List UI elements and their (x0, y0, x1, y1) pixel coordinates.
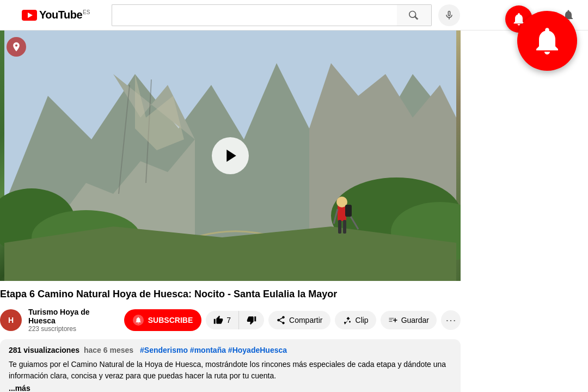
hashtags[interactable]: #Senderismo #montaña #HoyadeHuesca (140, 346, 287, 354)
description-box[interactable]: 281 visualizaciones hace 6 meses #Sender… (0, 339, 461, 392)
video-player[interactable] (0, 30, 461, 281)
like-button[interactable]: 7 (206, 311, 239, 329)
like-count: 7 (226, 316, 231, 324)
voice-search-button[interactable] (438, 4, 460, 26)
save-label: Guardar (401, 316, 429, 324)
video-info: Etapa 6 Camino Natural Hoya de Huesca: N… (0, 281, 461, 392)
main-content: Etapa 6 Camino Natural Hoya de Huesca: N… (0, 30, 588, 392)
hamburger-menu-button[interactable] (9, 4, 17, 26)
subscribe-label: SUBSCRIBE (148, 316, 193, 324)
play-button[interactable] (212, 137, 249, 174)
video-stats: 281 visualizaciones hace 6 meses #Sender… (9, 346, 452, 354)
video-thumbnail (0, 30, 461, 281)
subscribe-bell-icon (133, 315, 144, 326)
channel-watermark (7, 37, 26, 57)
video-title: Etapa 6 Camino Natural Hoya de Huesca: N… (0, 287, 461, 301)
subscribe-button[interactable]: SUBSCRIBE (124, 309, 201, 331)
notification-big-bell[interactable] (517, 11, 577, 71)
channel-name[interactable]: Turismo Hoya de Huesca (28, 308, 118, 325)
search-area (112, 4, 460, 26)
header: YouTube ES (0, 0, 588, 30)
dislike-button[interactable] (239, 311, 264, 329)
svg-rect-22 (345, 205, 352, 217)
like-dislike-group: 7 (206, 311, 264, 329)
save-button[interactable]: Guardar (381, 311, 437, 329)
video-section: Etapa 6 Camino Natural Hoya de Huesca: N… (0, 30, 474, 392)
svg-rect-19 (343, 220, 346, 234)
description-text: Te guiamos por el Camino Natural de la H… (9, 359, 452, 382)
youtube-logo-text: YouTube (39, 9, 82, 21)
action-buttons: 7 Compartir Clip (206, 310, 461, 330)
share-label: Compartir (289, 316, 322, 324)
svg-marker-24 (226, 150, 236, 162)
channel-info: H Turismo Hoya de Huesca 223 suscriptore… (0, 308, 201, 333)
svg-rect-18 (338, 220, 341, 234)
youtube-logo-lang: ES (83, 9, 90, 15)
share-button[interactable]: Compartir (268, 311, 330, 329)
clip-button[interactable]: Clip (335, 311, 376, 329)
upload-date: hace 6 meses (84, 346, 133, 354)
youtube-logo-icon (22, 10, 37, 21)
search-input[interactable] (112, 4, 397, 26)
channel-details: Turismo Hoya de Huesca 223 suscriptores (28, 308, 118, 333)
search-button[interactable] (397, 4, 432, 26)
more-options-button[interactable]: ⋯ (441, 310, 461, 330)
subscriber-count: 223 suscriptores (28, 325, 118, 333)
clip-label: Clip (356, 316, 369, 324)
show-more-button[interactable]: ...más (9, 384, 452, 392)
notification-popup (512, 5, 577, 71)
channel-avatar[interactable]: H (0, 309, 22, 331)
view-count: 281 visualizaciones (9, 346, 79, 354)
youtube-logo[interactable]: YouTube ES (22, 9, 90, 21)
video-actions-row: H Turismo Hoya de Huesca 223 suscriptore… (0, 308, 461, 333)
